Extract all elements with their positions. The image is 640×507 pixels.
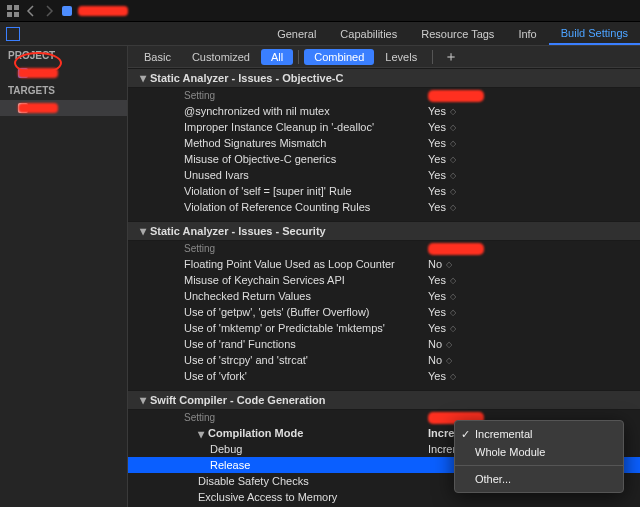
setting-row[interactable]: Improper Instance Cleanup in '-dealloc'Y… [128,119,640,135]
stepper-icon: ◇ [450,155,454,164]
setting-row[interactable]: Use of 'mktemp' or Predictable 'mktemps'… [128,320,640,336]
setting-value[interactable]: Yes◇ [428,290,558,302]
forward-icon[interactable] [42,4,56,18]
tab-general[interactable]: General [265,22,328,45]
target-name-redacted [18,103,58,113]
svg-rect-0 [7,5,12,10]
setting-row[interactable]: Use of 'vfork'Yes◇ [128,368,640,384]
setting-value[interactable]: No◇ [428,258,558,270]
stepper-icon: ◇ [450,187,454,196]
setting-row[interactable]: Method Signatures MismatchYes◇ [128,135,640,151]
setting-value[interactable]: No◇ [428,354,558,366]
filter-customized[interactable]: Customized [182,49,260,65]
setting-row[interactable]: Use of 'strcpy' and 'strcat'No◇ [128,352,640,368]
settings-content[interactable]: ▶ Static Analyzer - Issues - Objective-C… [128,68,640,507]
setting-row[interactable]: Misuse of Objective-C genericsYes◇ [128,151,640,167]
editor-header: General Capabilities Resource Tags Info … [0,22,640,46]
popup-item-other[interactable]: Other... [455,470,623,488]
project-file-icon[interactable] [60,4,74,18]
setting-value[interactable]: Yes◇ [428,274,558,286]
column-target-redacted [428,90,484,102]
svg-rect-2 [7,12,12,17]
setting-row[interactable]: Unused IvarsYes◇ [128,167,640,183]
related-items-icon[interactable] [6,4,20,18]
setting-label: Use of 'mktemp' or Predictable 'mktemps' [128,322,428,334]
popup-item-whole-module[interactable]: Whole Module [455,443,623,461]
setting-label: ▶Compilation Mode [128,427,428,439]
project-navigator-icon[interactable] [6,27,20,41]
navigator-selector-area [0,22,128,45]
columns-header: Setting [128,88,640,103]
back-icon[interactable] [24,4,38,18]
setting-label: Violation of Reference Counting Rules [128,201,428,213]
setting-label: Unused Ivars [128,169,428,181]
setting-value[interactable]: Yes◇ [428,121,558,133]
section-header-swift-codegen[interactable]: ▶ Swift Compiler - Code Generation [128,390,640,410]
setting-label: Use of 'strcpy' and 'strcat' [128,354,428,366]
setting-value[interactable]: Yes◇ [428,137,558,149]
filter-combined[interactable]: Combined [304,49,374,65]
setting-label: @synchronized with nil mutex [128,105,428,117]
setting-value[interactable]: Yes◇ [428,185,558,197]
stepper-icon: ◇ [446,356,450,365]
setting-row[interactable]: Misuse of Keychain Services APIYes◇ [128,272,640,288]
stepper-icon: ◇ [446,340,450,349]
popup-separator [455,465,623,466]
tab-resource-tags[interactable]: Resource Tags [409,22,506,45]
svg-rect-1 [14,5,19,10]
setting-value[interactable]: Yes◇ [428,322,558,334]
setting-label: Unchecked Return Values [128,290,428,302]
column-target-redacted [428,243,484,255]
stepper-icon: ◇ [450,139,454,148]
filter-all[interactable]: All [261,49,293,65]
setting-label: Improper Instance Cleanup in '-dealloc' [128,121,428,133]
section-header-security[interactable]: ▶ Static Analyzer - Issues - Security [128,221,640,241]
setting-value[interactable]: Yes◇ [428,306,558,318]
setting-label: Use of 'rand' Functions [128,338,428,350]
stepper-icon: ◇ [450,107,454,116]
filter-bar: Basic Customized All Combined Levels ＋ [128,46,640,68]
setting-label: Method Signatures Mismatch [128,137,428,149]
column-setting: Setting [128,243,428,254]
setting-label: Violation of 'self = [super init]' Rule [128,185,428,197]
path-toolbar [0,0,640,22]
setting-value[interactable]: Yes◇ [428,370,558,382]
section-header-objc[interactable]: ▶ Static Analyzer - Issues - Objective-C [128,68,640,88]
setting-row[interactable]: Violation of Reference Counting RulesYes… [128,199,640,215]
setting-value[interactable]: No◇ [428,338,558,350]
filter-levels[interactable]: Levels [375,49,427,65]
setting-row[interactable]: Use of 'getpw', 'gets' (Buffer Overflow)… [128,304,640,320]
column-setting: Setting [128,412,428,423]
setting-row[interactable]: Unchecked Return ValuesYes◇ [128,288,640,304]
disclosure-icon: ▶ [139,75,148,81]
target-item[interactable] [0,100,127,116]
stepper-icon: ◇ [450,203,454,212]
section-title: Swift Compiler - Code Generation [150,394,325,406]
add-setting-button[interactable]: ＋ [438,48,464,66]
popup-item-incremental[interactable]: Incremental [455,425,623,443]
setting-label: Use of 'getpw', 'gets' (Buffer Overflow) [128,306,428,318]
tab-build-settings[interactable]: Build Settings [549,22,640,45]
disclosure-icon: ▶ [139,228,148,234]
setting-row[interactable]: Use of 'rand' FunctionsNo◇ [128,336,640,352]
setting-row[interactable]: @synchronized with nil mutexYes◇ [128,103,640,119]
setting-row[interactable]: Violation of 'self = [super init]' RuleY… [128,183,640,199]
setting-label: Misuse of Objective-C generics [128,153,428,165]
setting-label: Misuse of Keychain Services API [128,274,428,286]
filter-basic[interactable]: Basic [134,49,181,65]
setting-value[interactable]: Yes◇ [428,153,558,165]
annotation-circle [14,52,62,74]
setting-value[interactable]: Yes◇ [428,169,558,181]
tab-capabilities[interactable]: Capabilities [328,22,409,45]
setting-label: Debug [128,443,428,455]
tab-info[interactable]: Info [506,22,548,45]
stepper-icon: ◇ [450,292,454,301]
setting-label: Floating Point Value Used as Loop Counte… [128,258,428,270]
stepper-icon: ◇ [446,260,450,269]
setting-label: Use of 'vfork' [128,370,428,382]
stepper-icon: ◇ [450,171,454,180]
setting-value[interactable]: Yes◇ [428,201,558,213]
setting-row[interactable]: Floating Point Value Used as Loop Counte… [128,256,640,272]
setting-value[interactable]: Yes◇ [428,105,558,117]
columns-header: Setting [128,241,640,256]
